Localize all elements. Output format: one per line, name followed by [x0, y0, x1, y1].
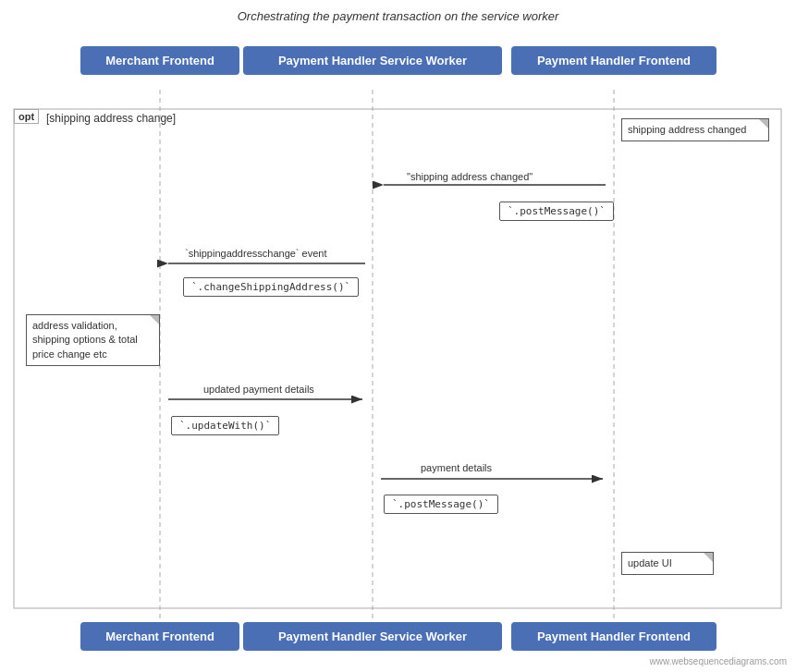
note-update-ui: update UI: [621, 552, 714, 575]
participant-service-worker-bottom: Payment Handler Service Worker: [243, 622, 502, 651]
opt-label: opt: [14, 109, 39, 124]
method-post-message-1: `.postMessage()`: [499, 202, 614, 221]
arrow-label-4: payment details: [421, 462, 492, 473]
participant-merchant-top: Merchant Frontend: [80, 46, 239, 75]
participant-frontend-bottom: Payment Handler Frontend: [511, 622, 716, 651]
arrow-label-1: "shipping address changed": [407, 171, 533, 182]
participant-merchant-bottom: Merchant Frontend: [80, 622, 239, 651]
method-post-message-2: `.postMessage()`: [384, 495, 498, 514]
note-shipping-address-changed: shipping address changed: [621, 118, 769, 141]
participant-frontend-top: Payment Handler Frontend: [511, 46, 716, 75]
participant-service-worker-top: Payment Handler Service Worker: [243, 46, 502, 75]
arrow-label-2: `shippingaddresschange` event: [185, 248, 327, 259]
method-update-with: `.updateWith()`: [171, 416, 279, 435]
arrow-label-3: updated payment details: [203, 384, 314, 395]
opt-condition: [shipping address change]: [46, 112, 176, 125]
method-change-shipping: `.changeShippingAddress()`: [183, 277, 359, 297]
diagram-container: Orchestrating the payment transaction on…: [0, 0, 796, 672]
note-address-validation: address validation, shipping options & t…: [26, 314, 160, 366]
diagram-title: Orchestrating the payment transaction on…: [0, 0, 796, 23]
watermark: www.websequencediagrams.com: [650, 656, 787, 666]
